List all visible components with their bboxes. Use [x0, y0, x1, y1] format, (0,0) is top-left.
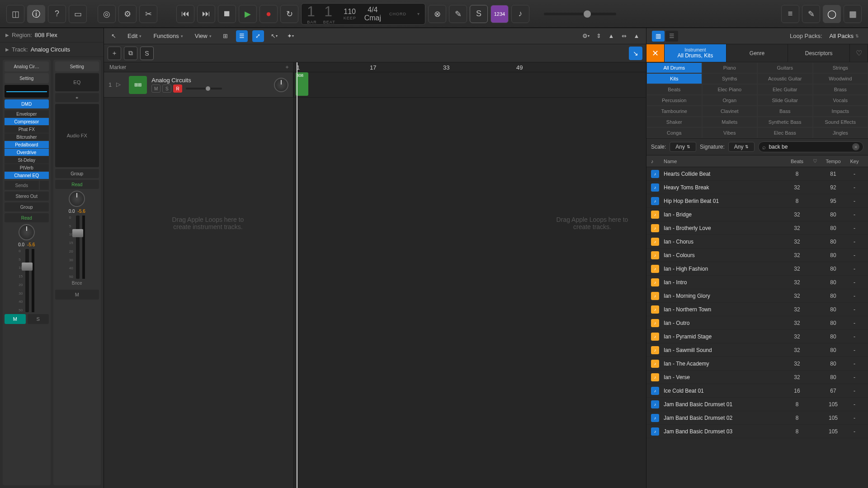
automation-mode[interactable]: Read: [5, 213, 49, 222]
pan-knob[interactable]: [19, 224, 35, 240]
filter-tag[interactable]: Synths: [702, 73, 758, 84]
filter-tag[interactable]: Organ: [702, 95, 758, 106]
loop-result-row[interactable]: ♪Jam Band Basic Drumset 028105-: [646, 411, 868, 425]
inspector-button[interactable]: ⓘ: [27, 5, 45, 23]
add-track-button[interactable]: ＋: [108, 47, 121, 60]
loop-result-row[interactable]: ♪Ian - Intro3280-: [646, 276, 868, 289]
play-button[interactable]: ▶: [239, 5, 257, 23]
lcd-tempo[interactable]: 110: [344, 8, 356, 16]
eq-slot[interactable]: EQ: [55, 73, 99, 91]
group-slot[interactable]: Group: [5, 202, 49, 211]
col-key[interactable]: Key: [845, 159, 863, 164]
track-instrument-icon[interactable]: ⊞⊞: [129, 76, 147, 94]
bounce-label[interactable]: Bnce: [72, 281, 82, 288]
loop-result-row[interactable]: ♪Ian - Brotherly Love3280-: [646, 221, 868, 235]
filter-tag[interactable]: Tambourine: [646, 106, 702, 117]
lcd-key[interactable]: Cmaj: [364, 14, 381, 22]
filter-tag[interactable]: Brass: [813, 84, 868, 95]
mute-button[interactable]: M: [55, 290, 99, 300]
add-marker-icon[interactable]: ＋: [284, 63, 290, 71]
edit-menu[interactable]: Edit▾: [124, 31, 145, 41]
mixer-button[interactable]: ⚙: [118, 5, 137, 23]
lcd-beat[interactable]: 1: [324, 3, 334, 20]
filter-tag[interactable]: Shaker: [646, 117, 702, 127]
filter-tag[interactable]: Vibes: [702, 127, 758, 138]
plugin-slot[interactable]: Enveloper: [5, 110, 49, 117]
output-slot[interactable]: Stereo Out: [5, 192, 49, 201]
track-header[interactable]: 1 ▷ ⊞⊞ Analog Circuits M S R: [104, 72, 293, 97]
loop-result-row[interactable]: ♪Ian - Pyramid Stage3280-: [646, 330, 868, 343]
automation-view-icon[interactable]: ⤢: [252, 30, 264, 42]
plugin-slot[interactable]: St-Delay: [5, 156, 49, 164]
filter-tag[interactable]: Clavinet: [702, 106, 758, 117]
track-volume-slider[interactable]: [186, 88, 222, 89]
loop-result-row[interactable]: ♪Ian - Verse3280-: [646, 371, 868, 384]
lcd-bar[interactable]: 1: [307, 3, 317, 20]
filter-tag[interactable]: Slide Guitar: [757, 95, 813, 106]
view-menu[interactable]: View▾: [191, 31, 215, 41]
grid-view-icon[interactable]: ⊞: [220, 30, 231, 42]
filter-tag[interactable]: Bass: [757, 106, 813, 117]
filter-tag[interactable]: Guitars: [757, 62, 813, 73]
hzoom-icon[interactable]: ⇔: [618, 30, 630, 42]
sends-knob[interactable]: [40, 181, 49, 190]
fader[interactable]: 05101520304050: [5, 249, 49, 312]
arrange-lane[interactable]: 808: [294, 72, 646, 98]
solo-button[interactable]: S: [470, 5, 488, 23]
group-slot[interactable]: Group: [55, 169, 99, 178]
tab-genre[interactable]: Genre: [726, 44, 788, 62]
catch-playhead-button[interactable]: ↘: [629, 47, 642, 60]
clear-search-icon[interactable]: ✕: [852, 143, 859, 150]
master-volume-slider[interactable]: [544, 13, 616, 15]
plugin-slot[interactable]: Bitcrusher: [5, 133, 49, 141]
plugin-slot[interactable]: Overdrive: [5, 149, 49, 156]
lcd-signature[interactable]: 4/4: [368, 6, 377, 14]
list-view-icon[interactable]: ☰: [236, 30, 248, 42]
plugin-slot[interactable]: Channel EQ: [5, 172, 49, 179]
editors-button[interactable]: ✂: [139, 5, 157, 23]
toolbar-button[interactable]: ▭: [69, 5, 87, 23]
track-enable-icon[interactable]: ▷: [116, 81, 124, 89]
filter-tag[interactable]: Jingles: [813, 127, 868, 138]
global-solo-button[interactable]: S: [140, 47, 154, 60]
col-favorite[interactable]: ♡: [809, 158, 821, 164]
marker-track[interactable]: Marker ＋: [104, 62, 293, 72]
replace-button[interactable]: ⊗: [428, 5, 446, 23]
button-view-button[interactable]: ☰: [665, 31, 678, 42]
loop-result-row[interactable]: ♪Ian - Northern Town3280-: [646, 303, 868, 316]
tuner-button[interactable]: ♪: [511, 5, 529, 23]
waveform-zoom-icon[interactable]: ▲: [631, 30, 642, 42]
filter-tag[interactable]: Mallets: [702, 117, 758, 127]
mute-button[interactable]: M: [5, 314, 26, 324]
fader[interactable]: 05101520304050: [55, 216, 99, 279]
col-beats[interactable]: Beats: [785, 159, 809, 164]
loop-packs-selector[interactable]: All Packs⇅: [826, 32, 863, 40]
notepad-button[interactable]: ✎: [802, 5, 820, 23]
loop-result-row[interactable]: ♪Hip Hop Berlin Beat 01895-: [646, 194, 868, 208]
tab-descriptors[interactable]: Descriptors: [788, 44, 850, 62]
loop-browser-button[interactable]: ◯: [823, 5, 841, 23]
audio-fx-slot[interactable]: Audio FX: [55, 104, 99, 167]
lcd-mode-arrow[interactable]: ▾: [417, 11, 420, 16]
sends-label[interactable]: Sends: [5, 181, 39, 190]
close-filter-button[interactable]: ✕: [646, 44, 665, 62]
list-editors-button[interactable]: ≡: [781, 5, 799, 23]
loop-result-row[interactable]: ♪Ian - Outro3280-: [646, 316, 868, 330]
scale-selector[interactable]: Any⇅: [670, 142, 696, 152]
region-808[interactable]: 808: [296, 72, 308, 96]
media-browser-button[interactable]: ▦: [844, 5, 862, 23]
loop-result-row[interactable]: ♪Ian - The Academy3280-: [646, 357, 868, 371]
duplicate-track-button[interactable]: ⧉: [124, 47, 137, 60]
playhead[interactable]: [297, 62, 297, 488]
functions-menu[interactable]: Functions▾: [150, 31, 186, 41]
loop-result-row[interactable]: ♪Ian - High Fashion3280-: [646, 262, 868, 276]
search-input[interactable]: [769, 144, 849, 150]
track-disclosure[interactable]: ▶ Track: Analog Circuits: [0, 42, 104, 57]
plugin-slot[interactable]: Phat FX: [5, 126, 49, 133]
stereo-link[interactable]: ⚭: [55, 93, 99, 102]
signature-selector[interactable]: Any⇅: [728, 142, 755, 152]
count-in-button[interactable]: 1234: [491, 5, 509, 23]
vzoom-out-icon[interactable]: ⇕: [593, 30, 604, 42]
filter-tag[interactable]: Sound Effects: [813, 117, 868, 127]
filter-tag[interactable]: Strings: [813, 62, 868, 73]
